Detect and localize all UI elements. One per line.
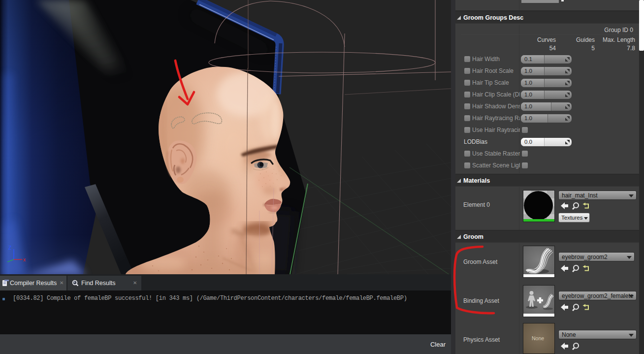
- svg-text:x: x: [23, 257, 26, 262]
- svg-text:Z: Z: [8, 245, 11, 251]
